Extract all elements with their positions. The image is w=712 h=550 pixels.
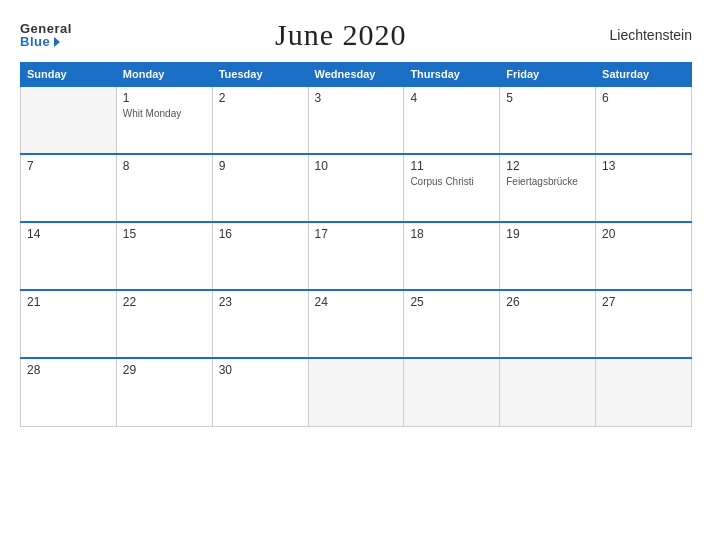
calendar-cell: 23 <box>212 290 308 358</box>
calendar-cell: 1Whit Monday <box>116 86 212 154</box>
calendar-cell: 16 <box>212 222 308 290</box>
calendar-cell: 17 <box>308 222 404 290</box>
day-number: 6 <box>602 91 685 105</box>
calendar-cell <box>404 358 500 426</box>
day-number: 13 <box>602 159 685 173</box>
col-tuesday: Tuesday <box>212 63 308 87</box>
day-number: 29 <box>123 363 206 377</box>
calendar-cell: 7 <box>21 154 117 222</box>
calendar-cell: 22 <box>116 290 212 358</box>
day-number: 16 <box>219 227 302 241</box>
holiday-label: Whit Monday <box>123 107 206 120</box>
day-number: 5 <box>506 91 589 105</box>
calendar-cell: 28 <box>21 358 117 426</box>
holiday-label: Feiertagsbrücke <box>506 175 589 188</box>
day-number: 14 <box>27 227 110 241</box>
day-number: 3 <box>315 91 398 105</box>
day-number: 30 <box>219 363 302 377</box>
day-number: 25 <box>410 295 493 309</box>
logo-blue-text: Blue <box>20 35 50 48</box>
holiday-label: Corpus Christi <box>410 175 493 188</box>
day-number: 23 <box>219 295 302 309</box>
calendar-cell: 18 <box>404 222 500 290</box>
calendar-cell: 13 <box>596 154 692 222</box>
calendar-week-row: 1Whit Monday23456 <box>21 86 692 154</box>
calendar-header-row: Sunday Monday Tuesday Wednesday Thursday… <box>21 63 692 87</box>
logo: General Blue <box>20 22 72 48</box>
calendar-cell: 3 <box>308 86 404 154</box>
calendar-cell: 11Corpus Christi <box>404 154 500 222</box>
day-number: 8 <box>123 159 206 173</box>
logo-blue-row: Blue <box>20 35 60 48</box>
country-label: Liechtenstein <box>609 27 692 43</box>
calendar-cell: 24 <box>308 290 404 358</box>
day-number: 22 <box>123 295 206 309</box>
calendar-cell: 4 <box>404 86 500 154</box>
day-number: 15 <box>123 227 206 241</box>
calendar-table: Sunday Monday Tuesday Wednesday Thursday… <box>20 62 692 427</box>
day-number: 20 <box>602 227 685 241</box>
col-friday: Friday <box>500 63 596 87</box>
calendar-cell <box>21 86 117 154</box>
day-number: 9 <box>219 159 302 173</box>
calendar-page: General Blue June 2020 Liechtenstein Sun… <box>0 0 712 550</box>
day-number: 4 <box>410 91 493 105</box>
calendar-week-row: 14151617181920 <box>21 222 692 290</box>
day-number: 10 <box>315 159 398 173</box>
day-number: 1 <box>123 91 206 105</box>
calendar-cell <box>596 358 692 426</box>
calendar-week-row: 282930 <box>21 358 692 426</box>
col-wednesday: Wednesday <box>308 63 404 87</box>
calendar-cell <box>308 358 404 426</box>
calendar-cell <box>500 358 596 426</box>
day-number: 17 <box>315 227 398 241</box>
calendar-cell: 30 <box>212 358 308 426</box>
day-number: 21 <box>27 295 110 309</box>
col-sunday: Sunday <box>21 63 117 87</box>
day-number: 11 <box>410 159 493 173</box>
calendar-week-row: 21222324252627 <box>21 290 692 358</box>
calendar-cell: 15 <box>116 222 212 290</box>
day-number: 7 <box>27 159 110 173</box>
day-number: 26 <box>506 295 589 309</box>
month-title: June 2020 <box>275 18 407 52</box>
calendar-cell: 19 <box>500 222 596 290</box>
col-saturday: Saturday <box>596 63 692 87</box>
calendar-cell: 21 <box>21 290 117 358</box>
calendar-cell: 8 <box>116 154 212 222</box>
day-number: 19 <box>506 227 589 241</box>
day-number: 18 <box>410 227 493 241</box>
calendar-cell: 25 <box>404 290 500 358</box>
calendar-cell: 26 <box>500 290 596 358</box>
calendar-cell: 27 <box>596 290 692 358</box>
calendar-cell: 14 <box>21 222 117 290</box>
calendar-cell: 6 <box>596 86 692 154</box>
col-monday: Monday <box>116 63 212 87</box>
day-number: 2 <box>219 91 302 105</box>
calendar-cell: 5 <box>500 86 596 154</box>
calendar-cell: 20 <box>596 222 692 290</box>
day-number: 27 <box>602 295 685 309</box>
day-number: 28 <box>27 363 110 377</box>
calendar-cell: 29 <box>116 358 212 426</box>
calendar-cell: 9 <box>212 154 308 222</box>
calendar-cell: 12Feiertagsbrücke <box>500 154 596 222</box>
col-thursday: Thursday <box>404 63 500 87</box>
calendar-week-row: 7891011Corpus Christi12Feiertagsbrücke13 <box>21 154 692 222</box>
header: General Blue June 2020 Liechtenstein <box>20 18 692 52</box>
logo-triangle-icon <box>54 37 60 47</box>
day-number: 24 <box>315 295 398 309</box>
calendar-cell: 10 <box>308 154 404 222</box>
calendar-cell: 2 <box>212 86 308 154</box>
day-number: 12 <box>506 159 589 173</box>
